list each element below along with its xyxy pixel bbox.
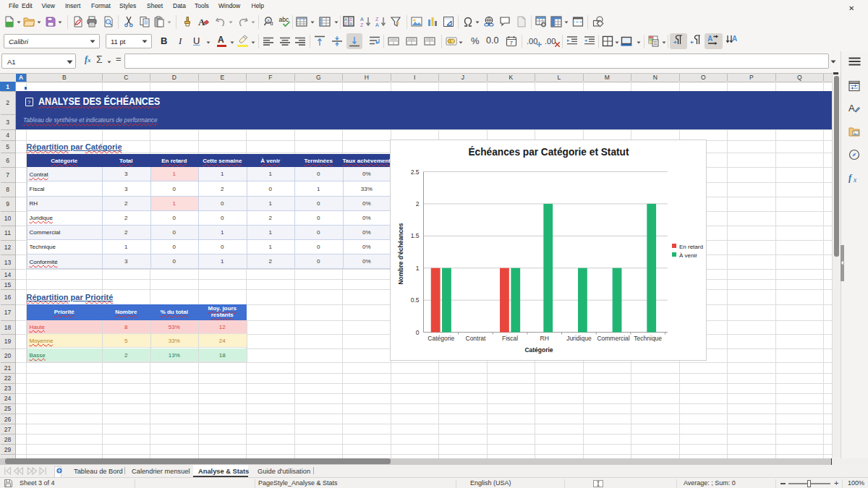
svg-text:Q: Q — [797, 74, 802, 81]
svg-text:6: 6 — [6, 157, 9, 164]
svg-text:14: 14 — [4, 271, 12, 278]
svg-text:4: 4 — [6, 132, 9, 139]
svg-text:F: F — [268, 74, 272, 81]
svg-text:C: C — [124, 74, 128, 81]
svg-text:abc: abc — [279, 16, 289, 23]
svg-text:0.5: 0.5 — [411, 296, 420, 304]
svg-text:x: x — [853, 176, 857, 183]
svg-text:Technique: Technique — [634, 335, 662, 342]
svg-text:D: D — [172, 74, 176, 81]
svg-text:I: I — [414, 74, 415, 81]
svg-text:A: A — [732, 35, 737, 43]
svg-text:11: 11 — [4, 229, 11, 236]
svg-text:Échéances par Catégorie et Sta: Échéances par Catégorie et Statut — [469, 146, 629, 158]
svg-text:1.5: 1.5 — [411, 232, 420, 239]
svg-text:1: 1 — [416, 265, 420, 272]
svg-text:a: a — [267, 18, 270, 23]
svg-text:A: A — [375, 22, 379, 27]
svg-text:P: P — [749, 74, 754, 81]
svg-text:19: 19 — [4, 338, 12, 345]
svg-text:E: E — [220, 74, 224, 81]
svg-text:Contrat: Contrat — [466, 335, 487, 342]
svg-text:B: B — [62, 74, 67, 81]
svg-text:10: 10 — [4, 215, 12, 222]
svg-text:Catégorie: Catégorie — [427, 335, 454, 342]
svg-text:Nombre d'échéances: Nombre d'échéances — [397, 223, 404, 284]
svg-text:25: 25 — [4, 405, 12, 412]
svg-text:8: 8 — [6, 186, 9, 193]
svg-text:Commercial: Commercial — [597, 335, 629, 342]
svg-text:M: M — [605, 74, 610, 81]
svg-text:H: H — [365, 74, 369, 81]
svg-text:Z: Z — [360, 22, 364, 27]
svg-text:27: 27 — [4, 426, 12, 433]
svg-text:29: 29 — [4, 446, 12, 453]
svg-text:À venir: À venir — [679, 252, 697, 259]
svg-text:O: O — [701, 74, 706, 81]
svg-text:A: A — [360, 17, 364, 22]
svg-text:En retard: En retard — [679, 244, 703, 250]
svg-text:23: 23 — [4, 385, 12, 392]
svg-text:A: A — [349, 22, 352, 26]
svg-text:Z: Z — [375, 17, 379, 22]
svg-text:G: G — [316, 74, 321, 81]
svg-text:A: A — [19, 74, 23, 81]
svg-text:1: 1 — [6, 83, 9, 90]
svg-text:2: 2 — [6, 99, 9, 106]
svg-text:24: 24 — [4, 395, 12, 402]
svg-text:22: 22 — [4, 374, 12, 382]
svg-text:18: 18 — [4, 324, 12, 331]
svg-text:16: 16 — [4, 294, 12, 301]
svg-text:20: 20 — [4, 352, 12, 359]
svg-text:12: 12 — [4, 244, 12, 251]
svg-text:A: A — [707, 35, 712, 43]
svg-text:0: 0 — [416, 329, 420, 336]
svg-text:2.5: 2.5 — [411, 168, 420, 176]
svg-text:Juridique: Juridique — [566, 335, 592, 342]
svg-text:28: 28 — [4, 436, 12, 443]
svg-text:3: 3 — [6, 119, 9, 126]
svg-text:f: f — [848, 173, 853, 183]
svg-text:13: 13 — [4, 259, 12, 266]
svg-text:d: d — [271, 21, 273, 26]
svg-text:Catégorie: Catégorie — [524, 346, 553, 354]
svg-text:7: 7 — [510, 40, 514, 46]
svg-text:5: 5 — [6, 143, 9, 150]
svg-text:N: N — [653, 74, 658, 81]
svg-text:Fiscal: Fiscal — [502, 335, 518, 342]
svg-text:21: 21 — [4, 364, 12, 372]
svg-text:17: 17 — [4, 309, 12, 316]
svg-text:L: L — [557, 74, 561, 81]
svg-text:7: 7 — [6, 171, 9, 179]
svg-text:26: 26 — [4, 416, 12, 423]
svg-text:J: J — [461, 74, 464, 81]
svg-text:15: 15 — [4, 281, 12, 288]
svg-text:A: A — [848, 103, 855, 114]
svg-text:9: 9 — [6, 200, 9, 207]
svg-text:2: 2 — [416, 200, 420, 207]
svg-text:RH: RH — [540, 335, 549, 342]
svg-text:K: K — [509, 74, 513, 81]
